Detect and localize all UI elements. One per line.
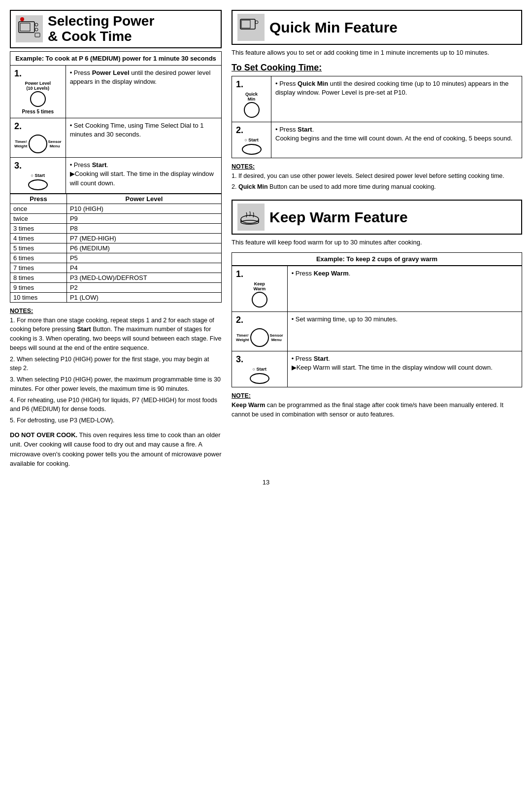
step-2-row: 2. Timer/Weight SensorMenu • Set Cooking… [10,118,222,158]
kw-step-3-desc: • Press Start. ▶Keep Warm will start. Th… [287,351,522,387]
power-table-col2-header: Power Level [66,194,221,204]
kw-step-2-desc: • Set warming time, up to 30 minutes. [287,312,522,351]
step-3-row: 3. ○ Start • Press Start. ▶Cooking will … [10,158,222,194]
step-1-cell: 1. Power Level(10 Levels) Press 5 times [10,65,66,118]
start-button-icon [28,179,48,190]
quick-min-description: This feature allows you to set or add co… [232,48,522,58]
keep-warm-steps-table: 1. KeepWarm • Press Keep Warm. 2. Timer/… [232,266,522,387]
qm-step-1-row: 1. QuickMin • Press Quick Min until the … [232,76,522,122]
qm-step-1-desc: • Press Quick Min until the desired cook… [271,76,522,122]
power-table-row: twiceP9 [10,213,222,223]
qm-notes: NOTES: 1. If desired, you can use other … [232,162,522,192]
kw-note-text: Keep Warm can be programmed as the final… [232,402,503,418]
left-note-item: 4. For reheating, use P10 (HIGH) for liq… [10,396,222,414]
qm-note-item: 1. If desired, you can use other power l… [232,172,522,181]
svg-point-8 [255,21,258,24]
step-3-cell: 3. ○ Start [10,158,66,194]
kw-step-1-desc: • Press Keep Warm. [287,266,522,312]
power-level-table: Press Power Level onceP10 (HIGH)twiceP93… [10,194,222,303]
kw-step-1-row: 1. KeepWarm • Press Keep Warm. [232,266,522,312]
kw-step-3-cell: 3. ○ Start [232,351,288,387]
power-table-row: 5 timesP6 (MEDIUM) [10,243,222,253]
svg-rect-5 [35,33,40,37]
quick-min-header: Quick Min Feature [232,10,522,45]
left-note-item: 1. For more than one stage cooking, repe… [10,316,222,353]
keep-warm-example-header: Example: To keep 2 cups of gravy warm [232,252,522,266]
svg-point-2 [35,23,38,26]
example-header: Example: To cook at P 6 (MEDIUM) power f… [10,51,222,65]
svg-rect-6 [240,19,255,29]
power-table-row: 7 timesP4 [10,263,222,273]
keep-warm-header: Keep Warm Feature [232,200,522,235]
selecting-power-header: Selecting Power & Cook Time [10,10,222,48]
step-2-cell: 2. Timer/Weight SensorMenu [10,118,66,158]
power-table-row: 9 timesP2 [10,282,222,292]
qm-step-2-desc: • Press Start. Cooking begins and the ti… [271,122,522,158]
qm-step-1-cell: 1. QuickMin [232,76,271,122]
power-level-button-icon [30,91,46,107]
page-number: 13 [10,479,522,486]
power-table-row: 3 timesP8 [10,223,222,233]
power-table-row: 10 timesP1 (LOW) [10,292,222,302]
power-table-col1-header: Press [10,194,67,204]
qm-step-2-cell: 2. ○ Start [232,122,271,158]
selecting-power-steps-table: Example: To cook at P 6 (MEDIUM) power f… [10,51,222,194]
left-column: Selecting Power & Cook Time Example: To … [10,10,222,469]
kw-step-3-row: 3. ○ Start • Press Start. ▶Keep Warm wil… [232,351,522,387]
left-notes: NOTES: 1. For more than one stage cookin… [10,307,222,425]
left-note-item: 5. For defrosting, use P3 (MED-LOW). [10,416,222,425]
keep-warm-title: Keep Warm Feature [269,209,408,226]
qm-start-button-icon [242,144,262,155]
qm-note-item: 2. Quick Min Button can be used to add m… [232,182,522,192]
right-column: Quick Min Feature This feature allows yo… [232,10,522,469]
kw-step-2-cell: 2. Timer/Weight SensorMenu [232,312,288,351]
svg-point-4 [20,17,24,21]
step-3-desc: • Press Start. ▶Cooking will start. The … [66,158,221,194]
notes-title: NOTES: [10,307,222,316]
left-note-item: 2. When selecting P10 (HIGH) power for t… [10,355,222,374]
kw-note-title: NOTE: [232,392,251,399]
left-note-item: 3. When selecting P10 (HIGH) power, the … [10,375,222,394]
kw-note: NOTE: Keep Warm can be programmed as the… [232,391,522,419]
kw-dial-icon [250,328,269,347]
quick-min-icon [237,14,265,41]
step-2-desc: • Set Cooking Time, using Time Select Di… [66,118,221,158]
selecting-power-title: Selecting Power & Cook Time [48,14,154,44]
qm-step-2-row: 2. ○ Start • Press Start. Cooking begins… [232,122,522,158]
power-table-row: onceP10 (HIGH) [10,204,222,213]
svg-point-3 [35,28,38,31]
power-table-row: 4 timesP7 (MED-HIGH) [10,233,222,243]
power-table-row: 6 timesP5 [10,253,222,263]
keep-warm-description: This feature will keep food warm for up … [232,238,522,247]
do-not-overcook: DO NOT OVER COOK. This oven requires les… [10,430,222,469]
step-1-row: 1. Power Level(10 Levels) Press 5 times … [10,65,222,118]
kw-step-1-cell: 1. KeepWarm [232,266,288,312]
qm-notes-title: NOTES: [232,162,522,172]
svg-rect-7 [241,20,250,28]
quick-min-title: Quick Min Feature [269,19,398,35]
kw-step-2-row: 2. Timer/Weight SensorMenu • Set warming… [232,312,522,351]
selecting-power-icon [16,15,43,42]
svg-point-9 [241,215,259,223]
time-select-dial-icon [29,135,47,153]
quick-min-steps-table: 1. QuickMin • Press Quick Min until the … [232,76,522,158]
svg-rect-1 [20,23,30,31]
keep-warm-button-icon [252,292,267,308]
set-cooking-time-title: To Set Cooking Time: [232,63,522,73]
kw-start-button-icon [250,373,269,384]
keep-warm-icon [237,204,265,231]
step-1-desc: • Press Power Level until the desired po… [66,65,221,118]
power-table-row: 8 timesP3 (MED-LOW)/DEFROST [10,273,222,282]
quick-min-button-icon [244,102,260,118]
